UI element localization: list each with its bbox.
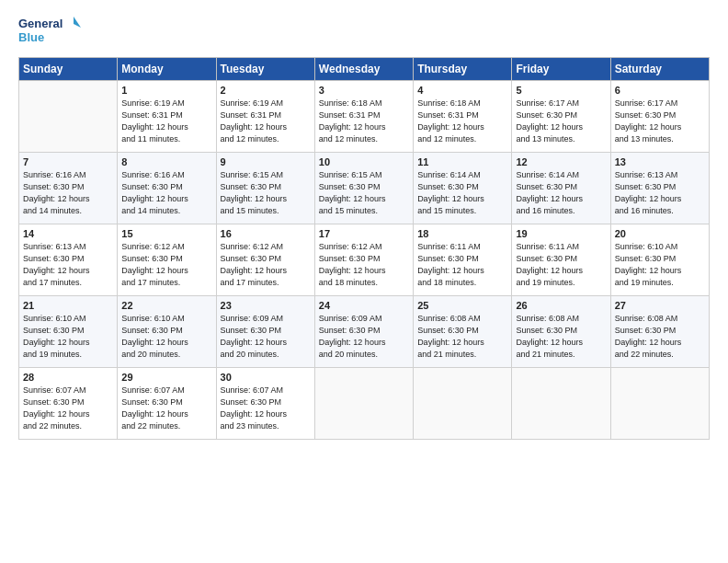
day-number: 13 — [615, 156, 705, 167]
day-info: Sunrise: 6:17 AM Sunset: 6:30 PM Dayligh… — [615, 98, 705, 145]
calendar-cell: 6Sunrise: 6:17 AM Sunset: 6:30 PM Daylig… — [610, 81, 709, 153]
day-info: Sunrise: 6:19 AM Sunset: 6:31 PM Dayligh… — [221, 98, 311, 145]
day-number: 2 — [221, 85, 311, 96]
day-number: 22 — [121, 300, 211, 311]
day-info: Sunrise: 6:08 AM Sunset: 6:30 PM Dayligh… — [615, 313, 705, 361]
day-number: 28 — [23, 372, 113, 383]
logo: General Blue — [18, 15, 81, 48]
week-row-1: 1Sunrise: 6:19 AM Sunset: 6:31 PM Daylig… — [19, 81, 710, 153]
calendar-cell — [414, 368, 512, 440]
day-info: Sunrise: 6:14 AM Sunset: 6:30 PM Dayligh… — [516, 169, 606, 217]
calendar-cell: 8Sunrise: 6:16 AM Sunset: 6:30 PM Daylig… — [118, 153, 216, 224]
calendar-cell: 10Sunrise: 6:15 AM Sunset: 6:30 PM Dayli… — [314, 153, 413, 224]
header: General Blue — [18, 15, 710, 48]
calendar-cell: 9Sunrise: 6:15 AM Sunset: 6:30 PM Daylig… — [216, 153, 314, 224]
day-number: 26 — [516, 300, 606, 311]
day-number: 3 — [319, 85, 409, 96]
calendar-cell — [19, 81, 118, 153]
day-info: Sunrise: 6:15 AM Sunset: 6:30 PM Dayligh… — [221, 169, 311, 217]
day-number: 4 — [417, 85, 507, 96]
calendar-cell: 14Sunrise: 6:13 AM Sunset: 6:30 PM Dayli… — [19, 224, 118, 296]
day-number: 30 — [221, 372, 311, 383]
calendar-cell: 15Sunrise: 6:12 AM Sunset: 6:30 PM Dayli… — [118, 224, 216, 296]
day-number: 5 — [516, 85, 606, 96]
day-number: 16 — [221, 228, 311, 239]
calendar-cell: 1Sunrise: 6:19 AM Sunset: 6:31 PM Daylig… — [118, 81, 216, 153]
day-info: Sunrise: 6:10 AM Sunset: 6:30 PM Dayligh… — [23, 313, 113, 361]
day-info: Sunrise: 6:18 AM Sunset: 6:31 PM Dayligh… — [417, 98, 507, 145]
day-info: Sunrise: 6:12 AM Sunset: 6:30 PM Dayligh… — [319, 241, 409, 289]
week-row-2: 7Sunrise: 6:16 AM Sunset: 6:30 PM Daylig… — [19, 153, 710, 224]
day-info: Sunrise: 6:09 AM Sunset: 6:30 PM Dayligh… — [221, 313, 311, 361]
day-number: 14 — [23, 228, 113, 239]
weekday-saturday: Saturday — [610, 58, 709, 81]
calendar-cell: 7Sunrise: 6:16 AM Sunset: 6:30 PM Daylig… — [19, 153, 118, 224]
day-info: Sunrise: 6:09 AM Sunset: 6:30 PM Dayligh… — [319, 313, 409, 361]
day-number: 8 — [121, 156, 211, 167]
calendar-cell: 23Sunrise: 6:09 AM Sunset: 6:30 PM Dayli… — [216, 296, 314, 368]
day-number: 1 — [121, 85, 211, 96]
svg-text:Blue: Blue — [18, 30, 44, 44]
day-number: 6 — [615, 85, 705, 96]
day-number: 29 — [121, 372, 211, 383]
day-info: Sunrise: 6:08 AM Sunset: 6:30 PM Dayligh… — [516, 313, 606, 361]
day-info: Sunrise: 6:16 AM Sunset: 6:30 PM Dayligh… — [121, 169, 211, 217]
day-info: Sunrise: 6:12 AM Sunset: 6:30 PM Dayligh… — [221, 241, 311, 289]
day-number: 10 — [319, 156, 409, 167]
weekday-thursday: Thursday — [414, 58, 512, 81]
weekday-tuesday: Tuesday — [216, 58, 314, 81]
calendar-cell: 25Sunrise: 6:08 AM Sunset: 6:30 PM Dayli… — [414, 296, 512, 368]
day-number: 23 — [221, 300, 311, 311]
day-number: 19 — [516, 228, 606, 239]
day-number: 7 — [23, 156, 113, 167]
calendar-cell — [512, 368, 610, 440]
day-info: Sunrise: 6:07 AM Sunset: 6:30 PM Dayligh… — [121, 385, 211, 432]
calendar-body: 1Sunrise: 6:19 AM Sunset: 6:31 PM Daylig… — [19, 81, 710, 440]
weekday-monday: Monday — [118, 58, 216, 81]
day-info: Sunrise: 6:15 AM Sunset: 6:30 PM Dayligh… — [319, 169, 409, 217]
day-info: Sunrise: 6:08 AM Sunset: 6:30 PM Dayligh… — [417, 313, 507, 361]
day-info: Sunrise: 6:12 AM Sunset: 6:30 PM Dayligh… — [121, 241, 211, 289]
day-number: 21 — [23, 300, 113, 311]
calendar-cell: 27Sunrise: 6:08 AM Sunset: 6:30 PM Dayli… — [610, 296, 709, 368]
calendar-cell — [314, 368, 413, 440]
day-number: 15 — [121, 228, 211, 239]
day-info: Sunrise: 6:13 AM Sunset: 6:30 PM Dayligh… — [23, 241, 113, 289]
calendar-cell: 13Sunrise: 6:13 AM Sunset: 6:30 PM Dayli… — [610, 153, 709, 224]
calendar-table: SundayMondayTuesdayWednesdayThursdayFrid… — [18, 57, 710, 440]
calendar-cell: 19Sunrise: 6:11 AM Sunset: 6:30 PM Dayli… — [512, 224, 610, 296]
day-info: Sunrise: 6:10 AM Sunset: 6:30 PM Dayligh… — [121, 313, 211, 361]
calendar-cell: 5Sunrise: 6:17 AM Sunset: 6:30 PM Daylig… — [512, 81, 610, 153]
calendar-cell: 26Sunrise: 6:08 AM Sunset: 6:30 PM Dayli… — [512, 296, 610, 368]
day-number: 20 — [615, 228, 705, 239]
weekday-wednesday: Wednesday — [314, 58, 413, 81]
calendar-cell: 17Sunrise: 6:12 AM Sunset: 6:30 PM Dayli… — [314, 224, 413, 296]
day-info: Sunrise: 6:11 AM Sunset: 6:30 PM Dayligh… — [516, 241, 606, 289]
calendar-cell: 24Sunrise: 6:09 AM Sunset: 6:30 PM Dayli… — [314, 296, 413, 368]
calendar-cell: 16Sunrise: 6:12 AM Sunset: 6:30 PM Dayli… — [216, 224, 314, 296]
week-row-5: 28Sunrise: 6:07 AM Sunset: 6:30 PM Dayli… — [19, 368, 710, 440]
svg-text:General: General — [18, 17, 63, 30]
weekday-header-row: SundayMondayTuesdayWednesdayThursdayFrid… — [19, 58, 710, 81]
calendar-cell — [610, 368, 709, 440]
week-row-4: 21Sunrise: 6:10 AM Sunset: 6:30 PM Dayli… — [19, 296, 710, 368]
day-info: Sunrise: 6:16 AM Sunset: 6:30 PM Dayligh… — [23, 169, 113, 217]
day-info: Sunrise: 6:14 AM Sunset: 6:30 PM Dayligh… — [417, 169, 507, 217]
day-number: 12 — [516, 156, 606, 167]
weekday-sunday: Sunday — [19, 58, 118, 81]
calendar-cell: 30Sunrise: 6:07 AM Sunset: 6:30 PM Dayli… — [216, 368, 314, 440]
calendar-cell: 2Sunrise: 6:19 AM Sunset: 6:31 PM Daylig… — [216, 81, 314, 153]
day-info: Sunrise: 6:07 AM Sunset: 6:30 PM Dayligh… — [221, 385, 311, 432]
day-number: 24 — [319, 300, 409, 311]
day-number: 18 — [417, 228, 507, 239]
day-info: Sunrise: 6:18 AM Sunset: 6:31 PM Dayligh… — [319, 98, 409, 145]
day-number: 27 — [615, 300, 705, 311]
day-info: Sunrise: 6:13 AM Sunset: 6:30 PM Dayligh… — [615, 169, 705, 217]
day-number: 11 — [417, 156, 507, 167]
calendar-cell: 4Sunrise: 6:18 AM Sunset: 6:31 PM Daylig… — [414, 81, 512, 153]
day-info: Sunrise: 6:07 AM Sunset: 6:30 PM Dayligh… — [23, 385, 113, 432]
day-number: 25 — [417, 300, 507, 311]
weekday-friday: Friday — [512, 58, 610, 81]
svg-marker-2 — [74, 17, 81, 28]
day-info: Sunrise: 6:11 AM Sunset: 6:30 PM Dayligh… — [417, 241, 507, 289]
